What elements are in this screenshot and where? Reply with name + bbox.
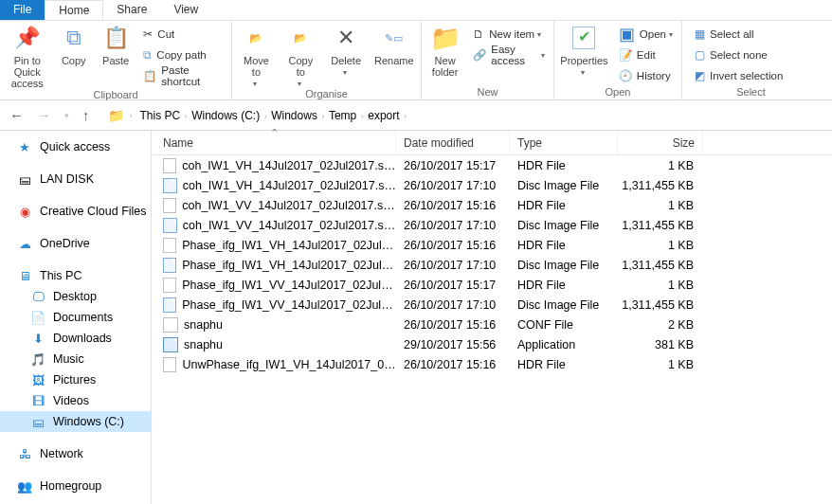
paste-button[interactable]: 📋 Paste bbox=[99, 23, 133, 66]
pc-icon: 🖥 bbox=[17, 268, 32, 283]
rename-button[interactable]: ✎▭ Rename bbox=[373, 23, 415, 66]
breadcrumb-item[interactable]: Windows bbox=[269, 106, 319, 125]
delete-button[interactable]: ✕ Delete▾ bbox=[327, 23, 366, 77]
file-icon bbox=[163, 258, 176, 273]
file-row[interactable]: Phase_ifg_IW1_VH_14Jul2017_02Jul2017.s..… bbox=[152, 255, 832, 275]
copy-path-button[interactable]: ⧉Copy path bbox=[140, 45, 226, 64]
col-name-header[interactable]: Name bbox=[152, 131, 396, 154]
file-row[interactable]: Phase_ifg_IW1_VV_14Jul2017_02Jul2017.s..… bbox=[152, 295, 832, 315]
breadcrumb-item[interactable]: Windows (C:) bbox=[190, 106, 262, 125]
edit-button[interactable]: 📝Edit bbox=[616, 45, 676, 64]
copyto-icon: 📂 bbox=[285, 23, 316, 53]
file-type: HDR File bbox=[510, 358, 618, 371]
copy-button[interactable]: ⧉ Copy bbox=[57, 23, 91, 66]
nav-onedrive[interactable]: ☁OneDrive bbox=[0, 233, 151, 254]
nav-creative-cloud[interactable]: ◉Creative Cloud Files bbox=[0, 201, 151, 222]
file-row[interactable]: coh_IW1_VV_14Jul2017_02Jul2017.snaphu26/… bbox=[152, 215, 832, 235]
nav-lan-disk[interactable]: 🖴LAN DISK bbox=[0, 169, 151, 189]
file-row[interactable]: coh_IW1_VH_14Jul2017_02Jul2017.snaphu...… bbox=[152, 155, 832, 175]
menu-file[interactable]: File bbox=[0, 0, 45, 20]
folder-icon: 📁 bbox=[108, 108, 124, 123]
file-icon bbox=[163, 158, 176, 173]
col-type-header[interactable]: Type bbox=[510, 131, 618, 154]
file-icon bbox=[163, 337, 178, 352]
nav-item[interactable]: 🎞Videos bbox=[0, 390, 151, 411]
ribbon-group-open: ✔ Properties▾ ▣Open▾ 📝Edit 🕘History Open bbox=[554, 21, 682, 99]
invert-selection-button[interactable]: ◩Invert selection bbox=[692, 66, 786, 85]
file-row[interactable]: snaphu29/10/2017 15:56Application381 KB bbox=[152, 334, 832, 354]
chevron-icon[interactable]: › bbox=[182, 112, 190, 121]
nav-item[interactable]: 📄Documents bbox=[0, 307, 151, 328]
col-size-header[interactable]: Size bbox=[618, 131, 703, 154]
file-row[interactable]: Phase_ifg_IW1_VV_14Jul2017_02Jul2017.s..… bbox=[152, 275, 832, 295]
copy-path-icon: ⧉ bbox=[143, 49, 152, 62]
file-row[interactable]: Phase_ifg_IW1_VH_14Jul2017_02Jul2017.s..… bbox=[152, 235, 832, 255]
col-date-header[interactable]: Date modified bbox=[396, 131, 510, 154]
nav-network[interactable]: 🖧Network bbox=[0, 443, 151, 464]
file-type: Application bbox=[510, 338, 618, 351]
file-name: Phase_ifg_IW1_VH_14Jul2017_02Jul2017.s..… bbox=[182, 259, 396, 272]
easy-access-icon: 🔗 bbox=[473, 48, 486, 62]
navigation-pane: ★Quick access 🖴LAN DISK ◉Creative Cloud … bbox=[0, 131, 152, 504]
file-size: 1 KB bbox=[618, 199, 703, 212]
file-row[interactable]: snaphu26/10/2017 15:16CONF File2 KB bbox=[152, 315, 832, 334]
new-folder-button[interactable]: 📁 New folder bbox=[427, 23, 462, 78]
file-type: HDR File bbox=[510, 159, 618, 172]
history-button[interactable]: 🕘History bbox=[616, 66, 676, 85]
nav-homegroup[interactable]: 👥Homegroup bbox=[0, 476, 151, 496]
nav-this-pc[interactable]: 🖥This PC bbox=[0, 265, 151, 286]
drive-icon: 🖵 bbox=[30, 289, 45, 304]
new-item-button[interactable]: 🗋New item▾ bbox=[470, 25, 548, 44]
nav-quick-access[interactable]: ★Quick access bbox=[0, 136, 151, 157]
cut-button[interactable]: ✂Cut bbox=[140, 25, 226, 44]
file-name: UnwPhase_ifg_IW1_VH_14Jul2017_02Jul2... bbox=[182, 358, 396, 371]
breadcrumb-item[interactable]: This PC bbox=[138, 106, 183, 125]
drive-icon: ⬇ bbox=[30, 331, 45, 346]
copy-to-button[interactable]: 📂 Copy to▾ bbox=[282, 23, 319, 88]
select-all-button[interactable]: ▦Select all bbox=[692, 25, 786, 44]
nav-back-button[interactable]: ← bbox=[9, 107, 24, 123]
group-label: Organise bbox=[238, 88, 415, 101]
pin-quick-access-button[interactable]: 📌 Pin to Quick access bbox=[6, 23, 49, 89]
chevron-icon[interactable]: › bbox=[130, 111, 133, 120]
properties-button[interactable]: ✔ Properties▾ bbox=[560, 23, 608, 77]
menu-home[interactable]: Home bbox=[45, 0, 103, 20]
nav-forward-button[interactable]: → bbox=[37, 107, 51, 123]
open-button[interactable]: ▣Open▾ bbox=[616, 25, 676, 44]
file-row[interactable]: coh_IW1_VV_14Jul2017_02Jul2017.snaphu...… bbox=[152, 195, 832, 215]
nav-item[interactable]: 🖴Windows (C:) bbox=[0, 411, 151, 432]
history-icon: 🕘 bbox=[619, 69, 632, 82]
file-size: 1 KB bbox=[618, 279, 703, 292]
star-icon: ★ bbox=[17, 139, 32, 154]
address-bar[interactable]: 📁 › This PC › Windows (C:) › Windows › T… bbox=[103, 104, 823, 127]
file-size: 1,311,455 KB bbox=[618, 259, 703, 272]
drive-icon: 🖴 bbox=[30, 414, 45, 429]
chevron-icon[interactable]: › bbox=[319, 112, 327, 121]
file-size: 1 KB bbox=[618, 358, 703, 371]
select-none-button[interactable]: ▢Select none bbox=[692, 45, 786, 64]
breadcrumb-item[interactable]: Temp bbox=[327, 106, 358, 125]
nav-item[interactable]: 🖼Pictures bbox=[0, 369, 151, 390]
move-to-button[interactable]: 📂 Move to▾ bbox=[238, 23, 275, 88]
cloud-icon: ◉ bbox=[17, 204, 32, 219]
breadcrumb-item[interactable]: export bbox=[366, 106, 401, 125]
pin-icon: 📌 bbox=[12, 23, 43, 53]
nav-recent-button[interactable]: ▾ bbox=[64, 111, 69, 120]
file-size: 1,311,455 KB bbox=[618, 298, 703, 312]
easy-access-button[interactable]: 🔗Easy access▾ bbox=[470, 45, 548, 64]
nav-up-button[interactable]: ↑ bbox=[82, 107, 90, 123]
menu-share[interactable]: Share bbox=[103, 0, 160, 20]
nav-item[interactable]: 🖵Desktop bbox=[0, 286, 151, 307]
menu-view[interactable]: View bbox=[160, 0, 211, 20]
nav-item[interactable]: ⬇Downloads bbox=[0, 328, 151, 349]
file-row[interactable]: UnwPhase_ifg_IW1_VH_14Jul2017_02Jul2...2… bbox=[152, 354, 832, 374]
paste-shortcut-button[interactable]: 📋Paste shortcut bbox=[140, 66, 226, 85]
file-date: 26/10/2017 15:17 bbox=[396, 159, 510, 172]
delete-icon: ✕ bbox=[331, 23, 361, 53]
file-row[interactable]: coh_IW1_VH_14Jul2017_02Jul2017.snaphu26/… bbox=[152, 175, 832, 195]
file-name: snaphu bbox=[184, 318, 223, 332]
nav-item[interactable]: 🎵Music bbox=[0, 349, 151, 369]
chevron-icon[interactable]: › bbox=[262, 112, 269, 121]
chevron-icon[interactable]: › bbox=[402, 112, 407, 121]
file-icon bbox=[163, 278, 176, 293]
